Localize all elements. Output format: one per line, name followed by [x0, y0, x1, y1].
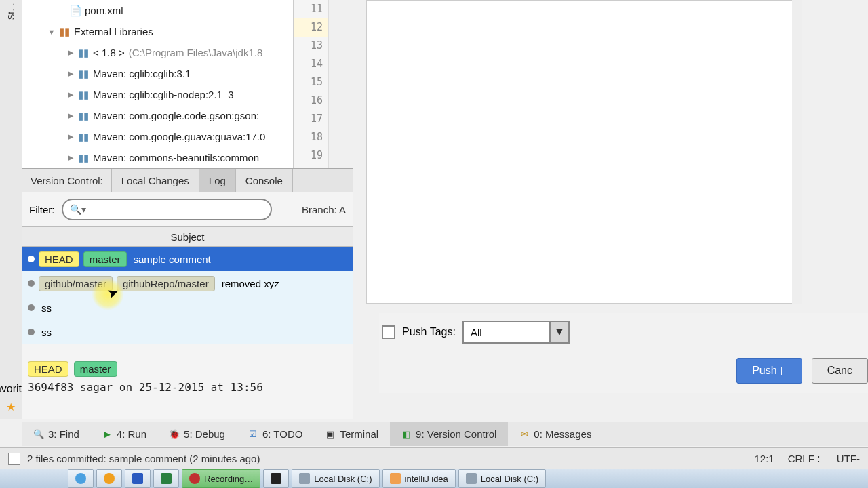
tree-item-label: Maven: cglib:cglib:3.1	[93, 68, 191, 79]
commit-list: HEAD master sample comment github/master…	[22, 247, 353, 344]
status-icon[interactable]	[8, 453, 20, 465]
tab-messages[interactable]: ✉0: Messages	[508, 422, 603, 446]
expand-arrow-icon[interactable]: ▶	[64, 90, 77, 99]
tree-item-label: pom.xml	[85, 5, 123, 16]
library-group-icon: ▮▮	[58, 26, 71, 37]
library-icon: ▮▮	[77, 47, 90, 58]
cmd-icon	[271, 473, 281, 484]
commit-node-icon	[28, 256, 35, 262]
run-icon: ▶	[102, 429, 113, 440]
ie-icon	[75, 473, 86, 484]
commit-node-icon	[28, 280, 35, 287]
line-number: 16	[294, 92, 328, 110]
caret-position[interactable]: 12:1	[754, 453, 774, 465]
explorer-icon	[104, 473, 115, 484]
taskbar-item[interactable]	[68, 469, 94, 488]
line-number: 11	[294, 0, 328, 18]
expand-arrow-icon[interactable]: ▼	[45, 28, 58, 36]
file-icon: 📄	[68, 5, 82, 16]
taskbar-item[interactable]	[263, 469, 289, 488]
tree-item-label: < 1.8 >	[93, 47, 125, 58]
taskbar-intellij[interactable]: intelliJ idea	[382, 469, 456, 488]
library-icon: ▮▮	[77, 68, 90, 79]
push-dialog-footer: Push Tags: All ▼ Push ▏ Canc	[379, 313, 868, 393]
cancel-button[interactable]: Canc	[812, 358, 868, 384]
push-button[interactable]: Push ▏	[736, 358, 802, 384]
project-tree[interactable]: 📄 pom.xml ▼ ▮▮ External Libraries ▶ ▮▮ <…	[22, 0, 294, 168]
tab-version-control[interactable]: ◧9: Version Control	[390, 422, 508, 446]
detail-tag-master: master	[74, 361, 117, 377]
file-encoding[interactable]: UTF-	[837, 453, 860, 465]
expand-arrow-icon[interactable]: ▶	[64, 69, 77, 78]
tree-item-label: Maven: com.google.guava:guava:17.0	[93, 131, 265, 142]
branch-filter[interactable]: Branch: A	[302, 204, 346, 216]
commit-row[interactable]: ss	[22, 320, 353, 344]
commit-row[interactable]: HEAD master sample comment	[22, 247, 353, 271]
commit-detail-pane: HEAD master 3694f83 sagar on 25-12-2015 …	[22, 357, 353, 398]
intellij-icon	[390, 473, 401, 484]
tab-debug[interactable]: 🐞5: Debug	[158, 422, 237, 446]
left-tool-strip-lower: ★ 2: Favorites	[0, 168, 22, 419]
dialog-scrollbar[interactable]	[792, 0, 802, 304]
detail-tag-head: HEAD	[28, 361, 68, 377]
favorites-star-icon[interactable]: ★	[6, 401, 16, 413]
tab-run[interactable]: ▶4: Run	[91, 422, 158, 446]
status-bar: 2 files committed: sample comment (2 min…	[0, 447, 868, 469]
tab-local-changes[interactable]: Local Changes	[112, 169, 199, 192]
tab-terminal[interactable]: ▣Terminal	[314, 422, 390, 446]
bottom-tool-tabs: 🔍3: Find ▶4: Run 🐞5: Debug ☑6: TODO ▣Ter…	[22, 422, 868, 446]
push-tags-select[interactable]: All ▼	[462, 321, 570, 344]
line-number: 17	[294, 110, 328, 128]
taskbar-item[interactable]	[153, 469, 179, 488]
line-number: 14	[294, 55, 328, 73]
push-tags-checkbox[interactable]	[382, 325, 395, 339]
expand-arrow-icon[interactable]: ▶	[64, 48, 77, 57]
search-icon: 🔍▾	[70, 204, 86, 215]
taskbar-disk[interactable]: Local Disk (C:)	[458, 469, 546, 488]
taskbar-recording[interactable]: Recording…	[182, 469, 260, 488]
word-icon	[132, 473, 143, 484]
commit-node-icon	[28, 304, 35, 311]
vc-tab-bar: Version Control: Local Changes Log Conso…	[22, 169, 353, 192]
structure-tool-label[interactable]: St…	[6, 3, 16, 20]
commit-row[interactable]: github/master githubRepo/master removed …	[22, 271, 353, 296]
version-control-panel: Version Control: Local Changes Log Conso…	[22, 168, 353, 419]
tab-console[interactable]: Console	[236, 169, 293, 192]
branch-tag-remote: githubRepo/master	[117, 276, 215, 291]
commit-message: ss	[41, 327, 52, 338]
commit-message: ss	[41, 302, 52, 314]
library-icon: ▮▮	[77, 152, 90, 163]
library-icon: ▮▮	[77, 110, 90, 121]
windows-taskbar: Recording… Local Disk (C:) intelliJ idea…	[0, 469, 868, 488]
tab-log[interactable]: Log	[199, 169, 236, 192]
line-number: 13	[294, 37, 328, 55]
taskbar-item[interactable]	[96, 469, 122, 488]
expand-arrow-icon[interactable]: ▶	[64, 132, 77, 141]
debug-icon: 🐞	[169, 429, 180, 440]
taskbar-item[interactable]	[125, 469, 151, 488]
commit-detail-line: 3694f83 sagar on 25-12-2015 at 13:56	[28, 381, 347, 394]
expand-arrow-icon[interactable]: ▶	[64, 111, 77, 120]
subject-column-header[interactable]: Subject	[22, 226, 353, 247]
taskbar-disk[interactable]: Local Disk (C:)	[292, 469, 379, 488]
line-number: 18	[294, 128, 328, 146]
tree-item-label: Maven: com.google.code.gson:gson:	[93, 110, 259, 121]
left-tool-strip: St…	[0, 0, 22, 168]
expand-arrow-icon[interactable]: ▶	[64, 153, 77, 162]
filter-input[interactable]: 🔍▾	[62, 199, 272, 220]
library-icon: ▮▮	[77, 131, 90, 142]
tab-find[interactable]: 🔍3: Find	[22, 422, 91, 446]
vc-title: Version Control:	[22, 169, 112, 192]
excel-icon	[161, 473, 172, 484]
select-value: All	[462, 321, 551, 344]
status-message: 2 files committed: sample comment (2 min…	[27, 453, 260, 464]
tab-todo[interactable]: ☑6: TODO	[237, 422, 314, 446]
chevron-down-icon: ▼	[551, 321, 570, 344]
push-tags-label: Push Tags:	[402, 326, 456, 338]
push-dialog-body	[366, 0, 796, 304]
filter-label: Filter:	[29, 204, 55, 216]
messages-icon: ✉	[519, 429, 530, 440]
line-separator[interactable]: CRLF≑	[788, 453, 823, 465]
branch-tag-remote: github/master	[39, 276, 113, 291]
commit-row[interactable]: ss	[22, 296, 353, 320]
